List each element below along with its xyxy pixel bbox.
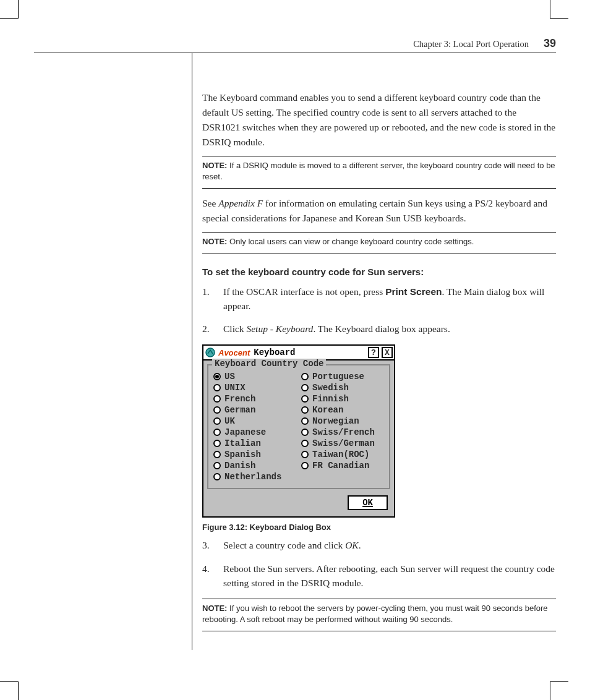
options-col-left: US UNIX French German UK Japanese Italia… [213,370,297,483]
radio-option[interactable]: UK [213,416,297,426]
text-run: . The Keyboard dialog box appears. [313,323,450,334]
radio-icon [213,473,221,480]
radio-icon [213,462,221,469]
button-ref: OK [345,540,359,550]
radio-icon [301,417,309,425]
option-label: US [224,372,235,382]
radio-option[interactable]: Korean [301,405,385,415]
radio-option[interactable]: German [213,405,297,415]
keyboard-dialog: Avocent Keyboard ? X Keyboard Country Co… [202,344,395,518]
appendix-ref: Appendix F [218,198,263,208]
avocent-logo-icon [205,347,216,358]
note-box-1: NOTE: If a DSRIQ module is moved to a di… [202,156,556,189]
note-label: NOTE: [202,237,227,246]
radio-option[interactable]: Japanese [213,427,297,437]
page-frame: Chapter 3: Local Port Operation 39 The K… [34,37,556,681]
radio-option[interactable]: Norwegian [301,416,385,426]
text-run: If the OSCAR interface is not open, pres… [223,286,385,297]
radio-icon [301,451,309,458]
radio-icon [213,440,221,447]
step-4: Reboot the Sun servers. After rebooting,… [202,561,556,591]
radio-option[interactable]: FR Canadian [301,461,385,471]
crop-mark-tr [550,0,568,19]
radio-option[interactable]: Danish [213,461,297,471]
step-3: Select a country code and click OK. [202,538,556,552]
option-label: Danish [224,461,255,471]
radio-option[interactable]: Swedish [301,383,385,393]
figure-caption: Figure 3.12: Keyboard Dialog Box [202,523,556,532]
dialog-title-text: Keyboard [254,348,295,357]
note-text: If you wish to reboot the servers by pow… [202,604,548,624]
option-label: Swiss/German [312,438,375,448]
radio-icon [213,451,221,458]
step-1: If the OSCAR interface is not open, pres… [202,284,556,314]
radio-icon [301,462,309,469]
option-label: Finnish [312,394,349,404]
text-run: Reboot the Sun servers. After rebooting,… [223,563,555,588]
radio-option[interactable]: Italian [213,438,297,448]
option-label: Portuguese [312,372,364,382]
option-label: Swedish [312,383,349,393]
crop-mark-br [550,681,568,700]
radio-option[interactable]: Spanish [213,450,297,459]
radio-icon [213,384,221,391]
key-name: Print Screen [385,286,442,297]
radio-option[interactable]: French [213,394,297,404]
ok-button[interactable]: OK [348,495,388,510]
radio-icon [213,429,221,436]
step-2: Click Setup - Keyboard. The Keyboard dia… [202,322,556,336]
crop-mark-bl [0,681,19,700]
radio-icon [301,373,309,380]
text-run: . [359,540,361,550]
crop-mark-tl [0,0,19,19]
procedure-steps: If the OSCAR interface is not open, pres… [202,284,556,336]
radio-icon [301,429,309,436]
radio-icon [213,406,221,414]
note-text: If a DSRIQ module is moved to a differen… [202,161,555,181]
radio-option[interactable]: Swiss/German [301,438,385,448]
note-box-2: NOTE: Only local users can view or chang… [202,232,556,254]
radio-icon [301,395,309,403]
note-label: NOTE: [202,161,227,170]
brand-text: Avocent [218,348,250,357]
running-header: Chapter 3: Local Port Operation 39 [34,37,556,53]
option-label: Japanese [224,427,266,437]
option-label: Spanish [224,450,261,459]
country-code-group: Keyboard Country Code US UNIX French Ger… [207,364,390,489]
option-label: Taiwan(ROC) [312,450,369,459]
radio-option[interactable]: US [213,372,297,382]
radio-option[interactable]: Swiss/French [301,427,385,437]
group-legend: Keyboard Country Code [212,359,326,369]
intro-paragraph: The Keyboard command enables you to send… [202,90,556,150]
option-label: German [224,405,255,415]
radio-icon [213,417,221,425]
option-label: Netherlands [224,472,281,482]
radio-option[interactable]: Portuguese [301,372,385,382]
text-run: Select a country code and click [223,540,345,550]
radio-icon [301,406,309,414]
option-label: Norwegian [312,416,359,426]
paragraph-appendix: See Appendix F for information on emulat… [202,196,556,226]
option-label: FR Canadian [312,461,369,471]
radio-icon [213,395,221,403]
radio-option[interactable]: Taiwan(ROC) [301,450,385,459]
option-label: UNIX [224,383,246,393]
body-column: The Keyboard command enables you to send… [192,53,556,650]
radio-icon [301,384,309,391]
close-button[interactable]: X [382,347,393,358]
radio-option[interactable]: Netherlands [213,472,297,482]
option-label: Swiss/French [312,427,375,437]
radio-icon [213,373,221,380]
help-button[interactable]: ? [368,347,379,358]
close-icon: X [385,349,390,357]
radio-option[interactable]: UNIX [213,383,297,393]
page-number: 39 [544,37,556,50]
note-text: Only local users can view or change keyb… [227,237,474,246]
radio-option[interactable]: Finnish [301,394,385,404]
option-label: UK [224,416,235,426]
note-box-3: NOTE: If you wish to reboot the servers … [202,599,556,631]
text-run: Click [223,323,246,334]
chapter-title: Chapter 3: Local Port Operation [413,39,529,49]
note-label: NOTE: [202,604,227,613]
help-icon: ? [371,349,376,357]
